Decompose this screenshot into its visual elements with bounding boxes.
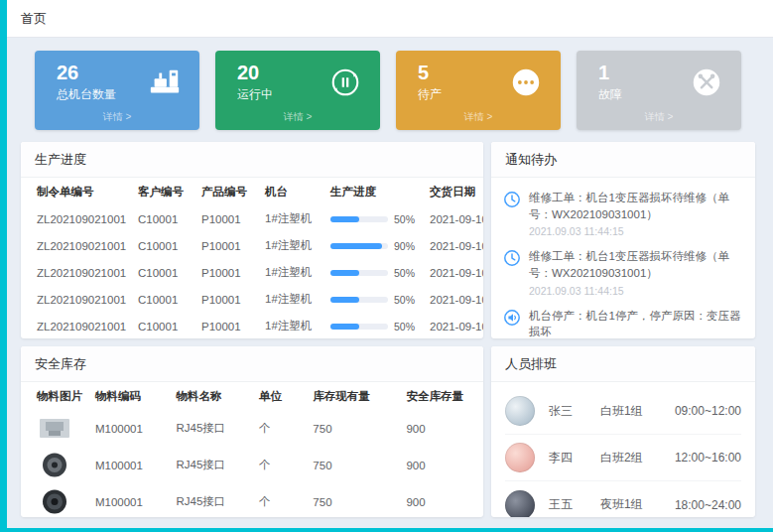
- detail-link[interactable]: 详情 >: [577, 104, 741, 124]
- cell-machine: 1#注塑机: [259, 259, 324, 286]
- col-header: 客户编号: [132, 178, 195, 205]
- panel-notices: 通知待办 维修工单：机台1变压器损坏待维修（单号：WX202109031001）…: [491, 142, 755, 338]
- table-row[interactable]: M100001 RJ45接口 个 750 900: [21, 410, 483, 447]
- cell-order: ZL202109021001: [21, 259, 132, 286]
- cell-stock: 750: [307, 483, 400, 517]
- stat-card-running[interactable]: 20 运行中 详情 >: [215, 51, 380, 130]
- table-row[interactable]: ZL202109021001 C10001 P10001 1#注塑机 50% 2…: [21, 205, 483, 232]
- table-row[interactable]: ZL202109021001 C10001 P10001 1#注塑机 50% 2…: [21, 313, 483, 338]
- col-header: 生产进度: [324, 178, 424, 205]
- panel-grid: 生产进度 制令单编号 客户编号 产品编号 机台 生产进度 交货日期: [21, 142, 755, 517]
- table-row[interactable]: ZL202109021001 C10001 P10001 1#注塑机 50% 2…: [21, 259, 483, 286]
- col-header: 库存现有量: [307, 382, 400, 410]
- table-row[interactable]: M100001 RJ45接口 个 750 900: [21, 447, 483, 483]
- person-row[interactable]: 王五 夜班1组 18:00~24:00: [505, 481, 741, 517]
- stat-label: 待产: [418, 86, 442, 103]
- cell-progress: 90%: [324, 232, 424, 259]
- cell-code: M100001: [89, 483, 170, 517]
- cell-progress: 50%: [324, 259, 424, 286]
- col-header: 制令单编号: [21, 178, 132, 205]
- stat-card-total-machines[interactable]: 26 总机台数量 详情 >: [35, 51, 199, 130]
- notice-item[interactable]: 维修工单：机台1变压器损坏待维修（单号：WX202109031001） 2021…: [503, 244, 743, 303]
- person-row[interactable]: 李四 白班2组 12:00~16:00: [505, 435, 741, 481]
- cell-unit: 个: [253, 483, 307, 517]
- progress-bar: [330, 216, 388, 222]
- stat-card-fault[interactable]: 1 故障 详情 >: [577, 51, 741, 130]
- stat-label: 故障: [598, 86, 622, 103]
- panel-personnel-schedule: 人员排班 张三 白班1组 09:00~12:00 李四 白班2组 12:00~1…: [491, 346, 755, 517]
- topbar: 首页: [7, 0, 773, 38]
- cell-safety: 900: [400, 410, 483, 447]
- clock-icon: [503, 249, 521, 267]
- cell-date: 2021-09-10: [424, 205, 483, 232]
- cell-date: 2021-09-10: [424, 232, 483, 259]
- person-time: 12:00~16:00: [675, 451, 741, 465]
- cell-name: RJ45接口: [170, 483, 253, 517]
- person-name: 王五: [549, 496, 600, 513]
- table-header-row: 物料图片 物料编码 物料名称 单位 库存现有量 安全库存量: [21, 382, 483, 410]
- person-time: 09:00~12:00: [675, 404, 741, 418]
- progress-bar: [330, 297, 388, 303]
- stat-value: 5: [418, 62, 442, 83]
- notice-text: 维修工单：机台1变压器损坏待维修（单号：WX202109031001）: [529, 248, 743, 281]
- progress-value: 50%: [394, 267, 415, 279]
- person-row[interactable]: 张三 白班1组 09:00~12:00: [505, 388, 741, 435]
- cell-order: ZL202109021001: [21, 286, 132, 313]
- production-table: 制令单编号 客户编号 产品编号 机台 生产进度 交货日期 ZL202109021…: [21, 178, 483, 338]
- material-image-connector: [37, 452, 72, 478]
- notice-item[interactable]: 机台停产：机台1停产，停产原因：变压器损坏: [503, 304, 743, 338]
- notice-time: 2021.09.03 11:44:15: [529, 225, 743, 237]
- cell-product: P10001: [195, 313, 259, 338]
- panel-title: 生产进度: [21, 142, 483, 178]
- main-content: 26 总机台数量 详情 >: [7, 39, 773, 528]
- cell-image: [21, 483, 89, 517]
- cell-customer: C10001: [132, 313, 195, 338]
- cell-product: P10001: [195, 259, 259, 286]
- cell-progress: 50%: [324, 286, 424, 313]
- tab-home[interactable]: 首页: [7, 10, 61, 28]
- person-shift: 夜班1组: [600, 496, 670, 513]
- avatar: [505, 396, 535, 426]
- panel-production-progress: 生产进度 制令单编号 客户编号 产品编号 机台 生产进度 交货日期: [21, 142, 483, 338]
- table-header-row: 制令单编号 客户编号 产品编号 机台 生产进度 交货日期: [21, 178, 483, 205]
- detail-link[interactable]: 详情 >: [396, 104, 561, 124]
- stat-label: 运行中: [237, 86, 273, 103]
- ellipsis-icon: [509, 66, 543, 99]
- cell-customer: C10001: [132, 232, 195, 259]
- notice-text: 维修工单：机台1变压器损坏待维修（单号：WX202109031001）: [529, 190, 743, 222]
- material-image-speaker: [37, 488, 72, 515]
- cell-safety: 900: [400, 447, 483, 483]
- col-header: 物料名称: [170, 382, 253, 410]
- col-header: 物料编码: [89, 382, 170, 410]
- col-header: 交货日期: [424, 178, 483, 205]
- detail-link[interactable]: 详情 >: [215, 104, 380, 124]
- tools-icon: [690, 66, 723, 99]
- material-image-rj45: [37, 415, 72, 442]
- cell-progress: 50%: [324, 313, 424, 338]
- cell-image: [21, 410, 89, 447]
- notice-item[interactable]: 维修工单：机台1变压器损坏待维修（单号：WX202109031001） 2021…: [503, 186, 743, 244]
- col-header: 机台: [259, 178, 324, 205]
- progress-bar: [330, 324, 388, 330]
- person-shift: 白班2组: [600, 450, 670, 466]
- stat-card-waiting[interactable]: 5 待产 详情 >: [396, 51, 561, 130]
- person-shift: 白班1组: [600, 403, 670, 420]
- machine-icon: [148, 66, 182, 99]
- cell-stock: 750: [307, 410, 400, 447]
- person-list: 张三 白班1组 09:00~12:00 李四 白班2组 12:00~16:00 …: [491, 382, 755, 517]
- progress-value: 50%: [394, 294, 415, 306]
- cell-code: M100001: [89, 410, 170, 447]
- table-row[interactable]: M100001 RJ45接口 个 750 900: [21, 483, 483, 517]
- panel-safety-stock: 安全库存 物料图片 物料编码 物料名称 单位 库存现有量 安全库存量: [21, 346, 483, 517]
- panel-title: 安全库存: [21, 346, 483, 382]
- table-row[interactable]: ZL202109021001 C10001 P10001 1#注塑机 90% 2…: [21, 232, 483, 259]
- cell-machine: 1#注塑机: [259, 286, 324, 313]
- cell-order: ZL202109021001: [21, 232, 132, 259]
- cell-product: P10001: [195, 232, 259, 259]
- cell-machine: 1#注塑机: [259, 232, 324, 259]
- panel-title: 人员排班: [491, 346, 755, 382]
- table-row[interactable]: ZL202109021001 C10001 P10001 1#注塑机 50% 2…: [21, 286, 483, 313]
- cell-product: P10001: [195, 286, 259, 313]
- left-accent-strip: [0, 0, 7, 532]
- detail-link[interactable]: 详情 >: [35, 104, 199, 124]
